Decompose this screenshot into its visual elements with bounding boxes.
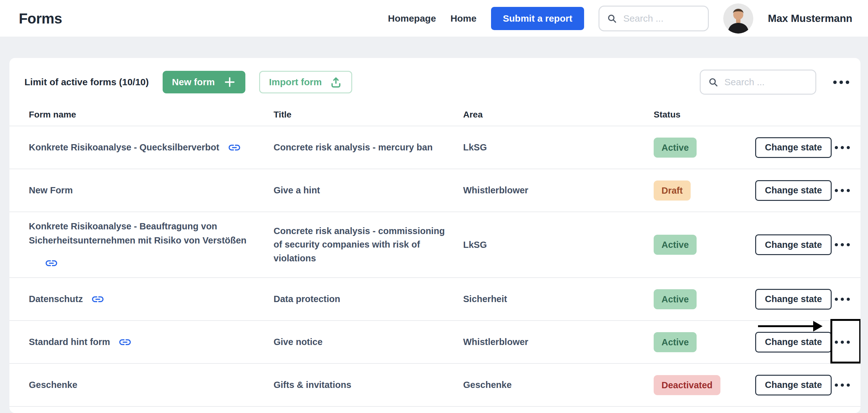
top-bar-nav: Homepage Home Submit a report Max Muster… [388, 3, 852, 34]
form-area: LkSG [463, 142, 654, 153]
form-name-cell: Konkrete Risikoanalyse - Quecksilberverb… [29, 140, 274, 155]
form-name: Konkrete Risikoanalyse - Quecksilberverb… [29, 140, 219, 155]
form-name-cell: New Form [29, 183, 274, 197]
upload-icon [329, 75, 342, 89]
table-row: New FormGive a hintWhistlerblowerDraftCh… [9, 169, 861, 212]
status-badge: Active [654, 137, 696, 158]
global-search-input[interactable] [623, 13, 701, 24]
change-state-button[interactable]: Change state [755, 234, 832, 255]
form-name-cell: Datenschutz [29, 292, 274, 306]
row-menu-button[interactable] [832, 294, 853, 304]
import-form-label: Import form [269, 77, 321, 88]
form-area: Sicherheit [463, 294, 654, 304]
form-link-button[interactable] [118, 335, 132, 349]
form-name-cell: Standard hint form [29, 335, 274, 349]
table-header: Form name Title Area Status [9, 104, 861, 126]
col-status: Status [654, 110, 755, 120]
row-menu-button[interactable] [832, 186, 853, 195]
form-name: Datenschutz [29, 292, 83, 306]
user-name: Max Mustermann [768, 12, 852, 25]
col-form-name: Form name [29, 110, 274, 120]
form-name: Geschenke [29, 378, 78, 392]
form-area: Whistlerblower [463, 337, 654, 347]
col-title: Title [274, 110, 463, 120]
avatar[interactable] [723, 3, 753, 34]
form-name: Konkrete Risikoanalyse - Beauftragung vo… [29, 219, 252, 248]
form-title: Gifts & invitations [274, 378, 463, 392]
change-state-button[interactable]: Change state [755, 180, 832, 201]
table-row: GeschenkeGifts & invitationsGeschenkeDea… [9, 364, 861, 407]
nav-homepage[interactable]: Homepage [388, 13, 436, 24]
search-icon [708, 76, 718, 88]
form-link-button[interactable] [91, 292, 105, 306]
form-title: Give notice [274, 335, 463, 349]
page-body: Limit of active forms (10/10) New form I… [0, 37, 868, 413]
form-link-button[interactable] [227, 141, 241, 155]
form-area: Whistlerblower [463, 185, 654, 195]
table-row: Standard hint formGive noticeWhistlerblo… [9, 321, 861, 364]
link-icon [91, 292, 105, 306]
forms-card: Limit of active forms (10/10) New form I… [9, 58, 861, 413]
status-badge: Active [654, 235, 696, 255]
form-title: Data protection [274, 292, 463, 306]
row-menu-button[interactable] [832, 240, 853, 249]
change-state-button[interactable]: Change state [755, 375, 832, 395]
import-form-button[interactable]: Import form [259, 71, 352, 93]
link-icon [118, 335, 132, 349]
status-badge: Active [654, 332, 696, 352]
form-name-cell: Geschenke [29, 378, 274, 392]
form-title: Concrete risk analysis - mercury ban [274, 141, 463, 155]
toolbar-menu-button[interactable] [830, 77, 852, 87]
table-body: Konkrete Risikoanalyse - Quecksilberverb… [9, 126, 861, 407]
form-area: LkSG [463, 240, 654, 250]
row-menu-button[interactable] [832, 143, 853, 152]
link-icon [44, 256, 58, 270]
status-badge: Draft [654, 181, 691, 200]
table-search[interactable] [700, 70, 816, 95]
new-form-button[interactable]: New form [163, 71, 246, 93]
page-title: Forms [19, 10, 62, 27]
top-bar: Forms Homepage Home Submit a report [0, 0, 868, 37]
form-name: Standard hint form [29, 335, 110, 349]
change-state-button[interactable]: Change state [755, 289, 832, 310]
form-link-button[interactable] [44, 256, 58, 270]
table-row: Konkrete Risikoanalyse - Beauftragung vo… [9, 212, 861, 278]
annotation-arrow [758, 321, 823, 331]
table-search-input[interactable] [724, 77, 808, 88]
search-icon [607, 12, 617, 25]
form-name-cell: Konkrete Risikoanalyse - Beauftragung vo… [29, 219, 274, 270]
plus-icon [223, 76, 236, 88]
form-title: Give a hint [274, 184, 463, 197]
table-row: DatenschutzData protectionSicherheitActi… [9, 278, 861, 321]
change-state-button[interactable]: Change state [755, 137, 832, 158]
new-form-label: New form [172, 77, 215, 88]
active-forms-limit-label: Limit of active forms (10/10) [25, 77, 149, 88]
change-state-button[interactable]: Change state [755, 332, 832, 352]
nav-home[interactable]: Home [450, 13, 476, 24]
forms-toolbar: Limit of active forms (10/10) New form I… [9, 58, 861, 93]
table-row: Konkrete Risikoanalyse - Quecksilberverb… [9, 126, 861, 169]
status-badge: Active [654, 289, 696, 309]
form-name: New Form [29, 183, 73, 197]
row-menu-button[interactable] [832, 338, 853, 347]
form-area: Geschenke [463, 380, 654, 390]
link-icon [227, 141, 241, 155]
submit-report-button[interactable]: Submit a report [491, 7, 584, 30]
status-badge: Deactivated [654, 375, 720, 395]
global-search[interactable] [598, 6, 709, 31]
col-area: Area [463, 110, 654, 120]
row-menu-button[interactable] [832, 380, 853, 390]
form-title: Concrete risk analysis - commissioning o… [274, 224, 463, 265]
